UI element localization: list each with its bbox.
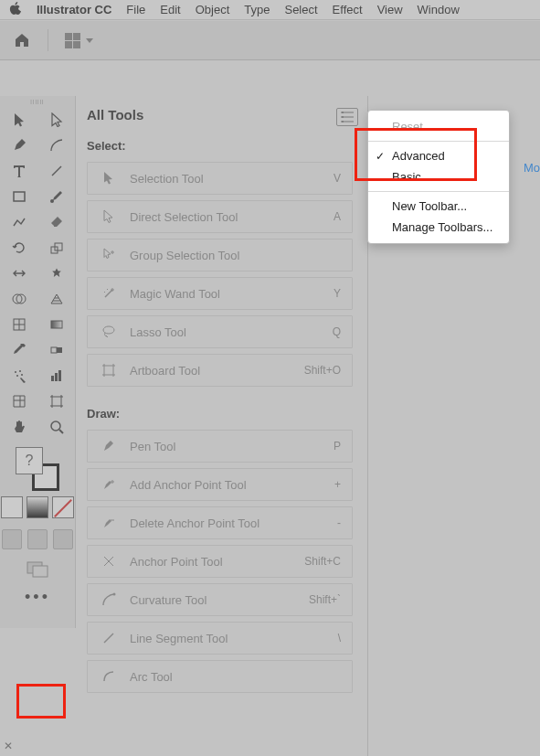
menu-edit[interactable]: Edit: [160, 3, 180, 16]
section-select: Select:: [87, 139, 360, 153]
toolbar-preset-menu: Reset Advanced Basic New Toolbar... Mana…: [367, 110, 510, 244]
blend-tool[interactable]: [37, 337, 75, 363]
line-icon: [99, 631, 119, 645]
curvature-tool[interactable]: [37, 133, 75, 158]
direct-selection-tool[interactable]: [37, 107, 75, 133]
arc-icon: [99, 669, 119, 684]
svg-rect-10: [57, 347, 62, 353]
all-tools-panel: All Tools Select: Selection ToolVDirect …: [76, 96, 368, 756]
tool-row[interactable]: Selection ToolV: [87, 162, 353, 195]
pen-minus-icon: [99, 516, 119, 530]
tool-shortcut: V: [334, 172, 341, 185]
pin-tool[interactable]: [37, 261, 75, 286]
menu-view[interactable]: View: [377, 3, 403, 16]
shaper-tool[interactable]: [0, 209, 37, 235]
svg-point-14: [21, 374, 23, 376]
svg-line-29: [104, 634, 113, 643]
selection-tool[interactable]: [0, 107, 37, 133]
menu-select[interactable]: Select: [284, 3, 317, 16]
annotation-box: [16, 684, 66, 719]
tools-palette: |||||| ?: [0, 96, 76, 628]
edit-toolbar-button[interactable]: •••: [0, 584, 75, 610]
tool-row[interactable]: Pen ToolP: [87, 430, 353, 463]
artboard-tool[interactable]: [37, 389, 75, 414]
svg-rect-22: [33, 566, 48, 577]
draw-behind-mode[interactable]: [27, 529, 48, 549]
svg-point-2: [50, 199, 54, 203]
rotate-tool[interactable]: [0, 235, 37, 261]
svg-rect-27: [104, 366, 113, 375]
hand-tool[interactable]: [0, 414, 37, 440]
app-menu[interactable]: Illustrator CC: [37, 3, 111, 16]
menu-separator: [368, 191, 509, 192]
scale-tool[interactable]: [37, 235, 75, 261]
tool-name: Artboard Tool: [130, 364, 293, 378]
shape-builder-tool[interactable]: [0, 286, 37, 312]
column-graph-tool[interactable]: [37, 363, 75, 389]
eraser-tool[interactable]: [37, 209, 75, 235]
width-tool[interactable]: [0, 261, 37, 286]
palette-grip[interactable]: ||||||: [0, 96, 75, 107]
type-tool[interactable]: [0, 158, 37, 184]
tool-name: Selection Tool: [130, 172, 323, 186]
menu-new-toolbar[interactable]: New Toolbar...: [368, 196, 509, 217]
tool-list-draw: Pen ToolPAdd Anchor Point Tool+Delete An…: [87, 430, 360, 693]
none-swatch[interactable]: [52, 496, 74, 518]
tool-shortcut: Shift+C: [304, 555, 341, 568]
tool-shortcut: Y: [334, 287, 341, 300]
tool-row[interactable]: Curvature ToolShift+`: [87, 583, 353, 616]
menu-window[interactable]: Window: [418, 3, 460, 16]
home-icon[interactable]: [13, 31, 31, 49]
perspective-grid-tool[interactable]: [37, 286, 75, 312]
tool-shortcut: Shift+O: [304, 364, 341, 377]
tool-row[interactable]: Line Segment Tool\: [87, 622, 353, 655]
svg-point-28: [113, 593, 116, 596]
menubar: Illustrator CC File Edit Object Type Sel…: [0, 0, 540, 20]
draw-inside-mode[interactable]: [53, 529, 73, 549]
tool-row[interactable]: Delete Anchor Point Tool-: [87, 506, 353, 539]
menu-reset[interactable]: Reset: [368, 116, 509, 137]
fill-stroke-swatch[interactable]: ?: [16, 447, 59, 491]
paintbrush-tool[interactable]: [37, 184, 75, 209]
draw-normal-mode[interactable]: [2, 529, 22, 549]
cursor-plus-icon: [99, 248, 119, 262]
menu-manage-toolbars[interactable]: Manage Toolbars...: [368, 217, 509, 238]
slice-tool[interactable]: [0, 389, 37, 414]
tool-row[interactable]: Artboard ToolShift+O: [87, 354, 353, 387]
menu-object[interactable]: Object: [196, 3, 230, 16]
menu-type[interactable]: Type: [244, 3, 270, 16]
menu-file[interactable]: File: [126, 3, 145, 16]
zoom-tool[interactable]: [37, 414, 75, 440]
eyedropper-tool[interactable]: [0, 337, 37, 363]
symbol-sprayer-tool[interactable]: [0, 363, 37, 389]
tool-row[interactable]: Direct Selection ToolA: [87, 200, 353, 233]
pen-tool[interactable]: [0, 133, 37, 158]
fill-color-swatch[interactable]: [1, 496, 23, 518]
close-icon[interactable]: ✕: [4, 740, 13, 752]
panel-menu-icon[interactable]: [336, 108, 358, 126]
tool-row[interactable]: Lasso ToolQ: [87, 315, 353, 348]
menu-effect[interactable]: Effect: [333, 3, 363, 16]
screen-mode[interactable]: [0, 553, 75, 584]
tool-row[interactable]: Add Anchor Point Tool+: [87, 468, 353, 501]
svg-rect-9: [51, 347, 57, 353]
tool-row[interactable]: Arc Tool: [87, 660, 353, 693]
tool-row[interactable]: Anchor Point ToolShift+C: [87, 545, 353, 578]
tool-list-select: Selection ToolVDirect Selection ToolAGro…: [87, 162, 360, 387]
gradient-tool[interactable]: [37, 312, 75, 337]
apple-menu-icon[interactable]: [9, 2, 22, 17]
tool-row[interactable]: Group Selection Tool: [87, 239, 353, 272]
tool-row[interactable]: Magic Wand ToolY: [87, 277, 353, 310]
tool-name: Pen Tool: [130, 440, 323, 453]
arrange-documents-button[interactable]: [65, 33, 93, 48]
rectangle-tool[interactable]: [0, 184, 37, 209]
menu-basic[interactable]: Basic: [368, 166, 509, 187]
toolbar-divider: [48, 29, 48, 51]
gradient-swatch[interactable]: [26, 496, 48, 518]
menu-advanced[interactable]: Advanced: [368, 145, 509, 166]
svg-rect-16: [55, 373, 58, 381]
mesh-tool[interactable]: [0, 312, 37, 337]
right-link[interactable]: Mo: [524, 161, 540, 175]
line-tool[interactable]: [37, 158, 75, 184]
tool-shortcut: +: [334, 478, 341, 491]
